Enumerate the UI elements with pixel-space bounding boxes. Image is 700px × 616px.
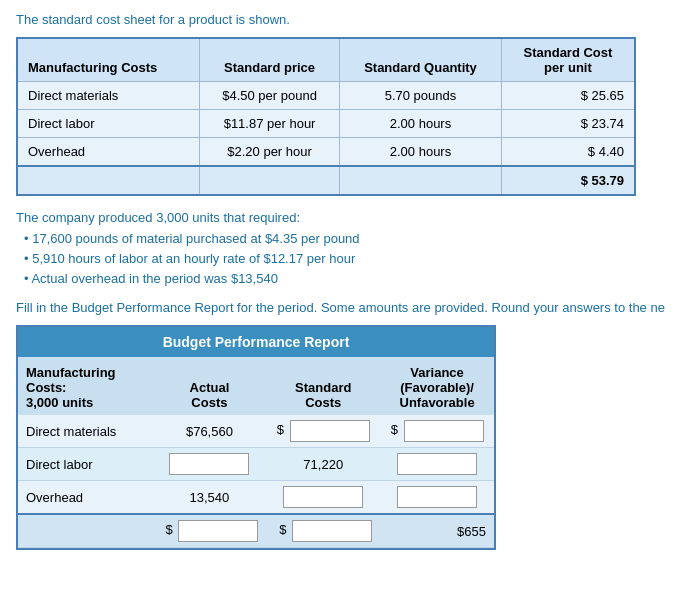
row-name-materials: Direct materials	[17, 82, 200, 110]
table-row: Direct materials $4.50 per pound 5.70 po…	[17, 82, 635, 110]
row-qty-overhead: 2.00 hours	[340, 138, 502, 167]
bpr-materials-standard: $	[266, 415, 380, 448]
materials-standard-input[interactable]	[290, 420, 370, 442]
bullet-list: 17,600 pounds of material purchased at $…	[16, 231, 684, 286]
standard-label: Standard	[295, 380, 351, 395]
company-info: The company produced 3,000 units that re…	[16, 210, 684, 286]
bpr-overhead-actual: 13,540	[153, 481, 267, 515]
col-header-price: Standard price	[200, 38, 340, 82]
row-qty-materials: 5.70 pounds	[340, 82, 502, 110]
bpr-standard-col-header: Standard Costs	[266, 357, 380, 415]
row-name-labor: Direct labor	[17, 110, 200, 138]
dollar-sign-standard-materials: $	[277, 422, 284, 437]
bpr-labor-standard: 71,220	[266, 448, 380, 481]
budget-performance-report: Budget Performance Report Manufacturing …	[16, 325, 496, 550]
dollar-sign-total-actual: $	[165, 522, 172, 537]
labor-variance-input[interactable]	[397, 453, 477, 475]
table-row: Direct labor $11.87 per hour 2.00 hours …	[17, 110, 635, 138]
bpr-sub-header: Manufacturing Costs: 3,000 units Actual …	[18, 357, 494, 415]
total-row: $ 53.79	[17, 166, 635, 195]
variance-label: Variance	[410, 365, 464, 380]
row-price-materials: $4.50 per pound	[200, 82, 340, 110]
overhead-variance-input[interactable]	[397, 486, 477, 508]
bpr-total-actual: $	[153, 514, 267, 548]
mfg-costs-label: Manufacturing Costs:	[26, 365, 116, 395]
bpr-total-row: $ $ $655	[18, 514, 494, 548]
total-cost: $ 53.79	[501, 166, 635, 195]
variance-sub2: Unfavorable	[400, 395, 475, 410]
bullet-item: Actual overhead in the period was $13,54…	[24, 271, 684, 286]
total-variance-value: $655	[457, 524, 486, 539]
row-price-labor: $11.87 per hour	[200, 110, 340, 138]
bpr-table: Manufacturing Costs: 3,000 units Actual …	[18, 357, 494, 548]
total-standard-input[interactable]	[292, 520, 372, 542]
bpr-labor-label: Direct labor	[18, 448, 153, 481]
row-cost-overhead: $ 4.40	[501, 138, 635, 167]
bpr-overhead-variance	[380, 481, 494, 515]
bpr-variance-col-header: Variance (Favorable)/ Unfavorable	[380, 357, 494, 415]
col-header-cost: Standard Costper unit	[501, 38, 635, 82]
bpr-labor-actual	[153, 448, 267, 481]
bpr-overhead-label: Overhead	[18, 481, 153, 515]
col-header-quantity: Standard Quantity	[340, 38, 502, 82]
dollar-sign-variance-materials: $	[391, 422, 398, 437]
intro-text: The standard cost sheet for a product is…	[16, 12, 684, 27]
bpr-row-materials: Direct materials $76,560 $ $	[18, 415, 494, 448]
materials-actual-value: $76,560	[186, 424, 233, 439]
bpr-overhead-standard	[266, 481, 380, 515]
bullet-item: 5,910 hours of labor at an hourly rate o…	[24, 251, 684, 266]
materials-variance-input[interactable]	[404, 420, 484, 442]
bpr-materials-actual: $76,560	[153, 415, 267, 448]
bpr-row-labor: Direct labor 71,220	[18, 448, 494, 481]
bpr-row-overhead: Overhead 13,540	[18, 481, 494, 515]
actual-label: Actual	[190, 380, 230, 395]
bpr-labor-variance	[380, 448, 494, 481]
table-row: Overhead $2.20 per hour 2.00 hours $ 4.4…	[17, 138, 635, 167]
bpr-total-variance: $655	[380, 514, 494, 548]
overhead-actual-value: 13,540	[190, 490, 230, 505]
actual-sub-label: Costs	[191, 395, 227, 410]
labor-actual-input[interactable]	[169, 453, 249, 475]
bpr-label-col: Manufacturing Costs: 3,000 units	[18, 357, 153, 415]
row-name-overhead: Overhead	[17, 138, 200, 167]
col-header-manufacturing: Manufacturing Costs	[17, 38, 200, 82]
labor-standard-value: 71,220	[303, 457, 343, 472]
overhead-standard-input[interactable]	[283, 486, 363, 508]
row-price-overhead: $2.20 per hour	[200, 138, 340, 167]
company-intro: The company produced 3,000 units that re…	[16, 210, 684, 225]
units-label: 3,000 units	[26, 395, 93, 410]
bpr-actual-col-header: Actual Costs	[153, 357, 267, 415]
bpr-total-standard: $	[266, 514, 380, 548]
dollar-sign-total-standard: $	[279, 522, 286, 537]
bpr-materials-label: Direct materials	[18, 415, 153, 448]
row-cost-labor: $ 23.74	[501, 110, 635, 138]
row-qty-labor: 2.00 hours	[340, 110, 502, 138]
variance-sub1: (Favorable)/	[400, 380, 474, 395]
bpr-total-label	[18, 514, 153, 548]
row-cost-materials: $ 25.65	[501, 82, 635, 110]
fill-instruction: Fill in the Budget Performance Report fo…	[16, 300, 684, 315]
cost-sheet-table: Manufacturing Costs Standard price Stand…	[16, 37, 636, 196]
bpr-materials-variance: $	[380, 415, 494, 448]
standard-sub-label: Costs	[305, 395, 341, 410]
bullet-item: 17,600 pounds of material purchased at $…	[24, 231, 684, 246]
total-actual-input[interactable]	[178, 520, 258, 542]
bpr-title: Budget Performance Report	[18, 327, 494, 357]
